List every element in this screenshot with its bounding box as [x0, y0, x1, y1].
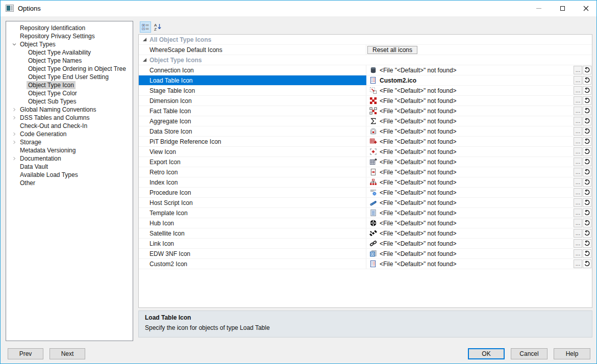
- prev-button[interactable]: Prev: [8, 348, 43, 359]
- property-row-stage-table-icon[interactable]: Stage Table Icon<File "<Default>" not fo…: [139, 86, 592, 96]
- property-row-retro-icon[interactable]: Retro Icon<File "<Default>" not found>…: [139, 167, 592, 177]
- browse-button[interactable]: …: [574, 127, 582, 136]
- reset-icon-button[interactable]: [583, 188, 591, 197]
- property-row-pit-bridge-reference-icon[interactable]: PiT Bridge Reference Icon<File "<Default…: [139, 137, 592, 147]
- close-button[interactable]: [574, 1, 597, 16]
- tree-item-object-type-names[interactable]: Object Type Names: [6, 57, 133, 65]
- next-button[interactable]: Next: [49, 348, 85, 359]
- tree-item-object-type-color[interactable]: Object Type Color: [6, 89, 133, 97]
- browse-button[interactable]: …: [574, 107, 582, 115]
- property-row-link-icon[interactable]: Link Icon<File "<Default>" not found>…: [139, 239, 592, 249]
- property-row-aggregate-icon[interactable]: Aggregate Icon<File "<Default>" not foun…: [139, 116, 592, 126]
- help-button[interactable]: Help: [554, 348, 590, 359]
- tree-item-documentation[interactable]: Documentation: [6, 154, 133, 163]
- reset-icon-button[interactable]: [583, 178, 591, 187]
- browse-button[interactable]: …: [574, 249, 582, 258]
- browse-button[interactable]: …: [574, 198, 582, 207]
- reset-icon-button[interactable]: [583, 137, 591, 146]
- browse-button[interactable]: …: [574, 158, 582, 166]
- browse-button[interactable]: …: [574, 259, 582, 268]
- reset-icon-button[interactable]: [583, 168, 591, 176]
- reset-icon-button[interactable]: [583, 66, 591, 74]
- tree-item-storage[interactable]: Storage: [6, 138, 133, 146]
- reset-icon-button[interactable]: [583, 209, 591, 217]
- property-row-edw-3nf-icon[interactable]: EDW 3NF Icon<File "<Default>" not found>…: [139, 249, 592, 259]
- browse-button[interactable]: …: [574, 168, 582, 176]
- tree-item-object-type-end-user-setting[interactable]: Object Type End User Setting: [6, 73, 133, 81]
- browse-button[interactable]: …: [574, 239, 582, 248]
- reset-icon-button[interactable]: [583, 147, 591, 156]
- tree-item-code-generation[interactable]: Code Generation: [6, 130, 133, 138]
- reset-icon-button[interactable]: [583, 229, 591, 238]
- tree-item-global-naming-conventions[interactable]: Global Naming Conventions: [6, 106, 133, 114]
- browse-button[interactable]: …: [574, 147, 582, 156]
- tree-item-available-load-types[interactable]: Available Load Types: [6, 171, 133, 179]
- reset-icon-button[interactable]: [583, 86, 591, 95]
- chevron-right-icon[interactable]: [10, 114, 18, 122]
- tree-item-object-sub-types[interactable]: Object Sub Types: [6, 97, 133, 106]
- property-row-view-icon[interactable]: View Icon<File "<Default>" not found>…: [139, 147, 592, 157]
- tree-item-metadata-versioning[interactable]: Metadata Versioning: [6, 146, 133, 154]
- browse-button[interactable]: …: [574, 209, 582, 217]
- browse-button[interactable]: …: [574, 66, 582, 74]
- reset-icon-button[interactable]: [583, 127, 591, 136]
- sort-alphabetical-button[interactable]: A Z: [152, 21, 163, 33]
- property-row-procedure-icon[interactable]: Procedure Icon<File "<Default>" not foun…: [139, 188, 592, 198]
- tree-item-repository-privacy-settings[interactable]: Repository Privacy Settings: [6, 32, 133, 40]
- browse-button[interactable]: …: [574, 188, 582, 197]
- chevron-right-icon[interactable]: [10, 106, 18, 114]
- browse-button[interactable]: …: [574, 86, 582, 95]
- minimize-button[interactable]: [527, 1, 551, 16]
- property-row-export-icon[interactable]: Export Icon<File "<Default>" not found>…: [139, 157, 592, 167]
- chevron-down-icon[interactable]: [10, 40, 18, 48]
- category-header-all-object-type-icons[interactable]: All Object Type Icons: [139, 35, 592, 45]
- property-row-fact-table-icon[interactable]: Fact Table Icon<File "<Default>" not fou…: [139, 106, 592, 116]
- property-row-connection-icon[interactable]: Connection Icon<File "<Default>" not fou…: [139, 65, 592, 75]
- tree-item-data-vault[interactable]: Data Vault: [6, 163, 133, 171]
- tree-item-object-type-icon[interactable]: Object Type Icon: [6, 81, 133, 89]
- tree-item-dss-tables-and-columns[interactable]: DSS Tables and Columns: [6, 114, 133, 122]
- property-row-host-script-icon[interactable]: Host Script Icon<File "<Default>" not fo…: [139, 198, 592, 208]
- tree-item-repository-identification[interactable]: Repository Identification: [6, 24, 133, 32]
- tree-item-object-types[interactable]: Object Types: [6, 40, 133, 48]
- reset-icon-button[interactable]: [583, 249, 591, 258]
- reset-all-icons-button[interactable]: Reset all icons: [367, 46, 417, 54]
- property-row-satellite-icon[interactable]: Satellite Icon<File "<Default>" not foun…: [139, 228, 592, 239]
- reset-icon-button[interactable]: [583, 198, 591, 207]
- ok-button[interactable]: OK: [468, 348, 505, 359]
- reset-icon-button[interactable]: [583, 96, 591, 105]
- property-row-custom2-icon[interactable]: Custom2 Icon<File "<Default>" not found>…: [139, 259, 592, 269]
- property-row-wherescape-default-icons[interactable]: WhereScape Default IconsReset all icons: [139, 45, 592, 55]
- reset-icon-button[interactable]: [583, 259, 591, 268]
- browse-button[interactable]: …: [574, 137, 582, 146]
- reset-icon-button[interactable]: [583, 107, 591, 115]
- tree-item-object-type-ordering-in-object-tree[interactable]: Object Type Ordering in Object Tree: [6, 65, 133, 73]
- reset-icon-button[interactable]: [583, 76, 591, 85]
- browse-button[interactable]: …: [574, 178, 582, 187]
- reset-icon-button[interactable]: [583, 219, 591, 227]
- maximize-button[interactable]: [551, 1, 574, 16]
- property-row-index-icon[interactable]: Index Icon<File "<Default>" not found>…: [139, 177, 592, 188]
- property-row-template-icon[interactable]: Template Icon<File "<Default>" not found…: [139, 208, 592, 218]
- browse-button[interactable]: …: [574, 219, 582, 227]
- tree-item-object-type-availability[interactable]: Object Type Availability: [6, 48, 133, 57]
- property-row-load-table-icon[interactable]: Load Table IconCustom2.ico…: [139, 75, 592, 86]
- reset-icon-button[interactable]: [583, 158, 591, 166]
- chevron-right-icon[interactable]: [10, 138, 18, 146]
- categorized-view-button[interactable]: [140, 21, 151, 33]
- browse-button[interactable]: …: [574, 117, 582, 125]
- property-row-data-store-icon[interactable]: Data Store Icon<File "<Default>" not fou…: [139, 126, 592, 137]
- browse-button[interactable]: …: [574, 96, 582, 105]
- cancel-button[interactable]: Cancel: [511, 348, 548, 359]
- browse-button[interactable]: …: [574, 76, 582, 85]
- tree-item-check-out-and-check-in[interactable]: Check-Out and Check-In: [6, 122, 133, 130]
- browse-button[interactable]: …: [574, 229, 582, 238]
- reset-icon-button[interactable]: [583, 117, 591, 125]
- chevron-right-icon[interactable]: [10, 154, 18, 163]
- property-row-hub-icon[interactable]: Hub Icon<File "<Default>" not found>…: [139, 218, 592, 228]
- chevron-right-icon[interactable]: [10, 130, 18, 138]
- reset-icon-button[interactable]: [583, 239, 591, 248]
- property-row-dimension-icon[interactable]: Dimension Icon<File "<Default>" not foun…: [139, 96, 592, 106]
- category-header-object-type-icons[interactable]: Object Type Icons: [139, 55, 592, 65]
- tree-item-other[interactable]: Other: [6, 179, 133, 187]
